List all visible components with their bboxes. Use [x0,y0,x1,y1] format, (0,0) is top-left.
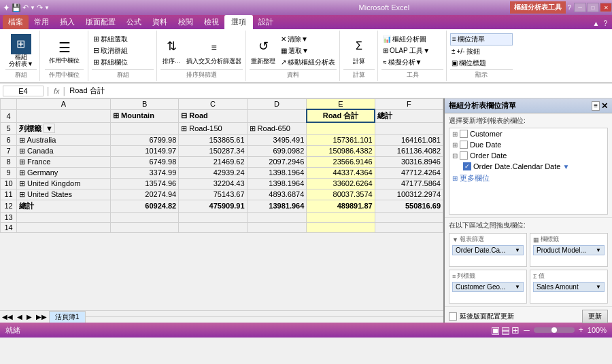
tab-data[interactable]: 資料 [147,15,173,29]
insert-slicer-btn[interactable]: ≡ 插入交叉分析篩選器 [185,35,243,67]
cell-c14[interactable] [179,222,247,232]
page-layout-btn[interactable]: ▤ [501,325,510,335]
area-chip-row[interactable]: Customer Geo... ▼ [452,282,524,292]
cell-b12[interactable]: 60924.82 [110,200,178,212]
move-pivot-btn[interactable]: ↗ 移動樞紐分析表 [279,57,337,68]
cell-c10[interactable]: 32204.43 [179,178,247,189]
cell-f5[interactable] [375,122,443,134]
cell-a12[interactable]: 總計 [17,200,111,212]
tab-formula[interactable]: 公式 [121,15,147,29]
field-list[interactable]: ⊞ Customer ⊞ Due Date ⊟ Order Date [449,128,608,215]
cell-f6[interactable]: 164161.081 [375,134,443,145]
cell-c4[interactable]: ⊟ Road [179,109,247,122]
cell-e11[interactable]: 80037.3574 [307,189,375,200]
plusminus-btn[interactable]: ± +/- 按鈕 [450,46,513,57]
col-header-b[interactable]: B [110,99,178,110]
area-chip-values[interactable]: Sales Amount ▼ [533,282,605,292]
tab-file[interactable]: 檔案 [3,15,29,29]
cell-e10[interactable]: 33602.6264 [307,178,375,189]
cell-a7[interactable]: ⊞ Canada [17,145,111,156]
field-header-btn[interactable]: ▣ 欄位標題 [450,58,513,69]
cell-b4[interactable]: ⊞ Mountain [110,109,178,122]
sheet-nav-right[interactable]: ▶▶ [34,313,49,321]
cell-f4[interactable]: 總計 [375,109,443,122]
olap-btn[interactable]: ⊞ OLAP 工具▼ [381,46,443,56]
save-btn[interactable]: 💾 [12,3,21,12]
field-checkbox-calendardate[interactable]: ✓ [463,162,471,170]
tab-layout[interactable]: 版面配置 [80,15,121,29]
cell-e6[interactable]: 157361.101 [307,134,375,145]
cell-e4[interactable]: Road 合計 [307,109,375,122]
cell-e14[interactable] [307,222,375,232]
pivot-chart-btn[interactable]: 📊 樞紐分析圖 [381,34,443,45]
cell-d11[interactable]: 4893.6874 [247,189,307,200]
pivot-panel-close-btn[interactable]: ✕ [601,101,608,111]
cell-d12[interactable]: 13981.964 [247,200,307,212]
cell-c13[interactable] [179,212,247,222]
cell-d10[interactable]: 1398.1964 [247,178,307,189]
page-break-btn[interactable]: ⊞ [511,325,520,335]
cell-f8[interactable]: 30316.8946 [375,156,443,167]
cell-e5[interactable] [307,122,375,134]
cell-b5[interactable] [110,122,178,134]
undo-btn[interactable]: ↶ [22,3,29,12]
cell-f9[interactable]: 47712.4264 [375,167,443,178]
maximize-btn[interactable]: □ [587,3,599,12]
group-field-btn[interactable]: ⊞ 群組欄位 [92,57,129,68]
help-btn[interactable]: ? [567,4,571,12]
pivot-btn[interactable]: ⊞ 樞紐分析表▼ [7,33,35,69]
defer-checkbox-row[interactable]: 延後版面配置更新 [449,312,514,321]
tab-review[interactable]: 校閱 [173,15,199,29]
pivot-panel-menu[interactable]: ≡ [592,101,600,111]
tab-home[interactable]: 常用 [29,15,54,29]
tab-view[interactable]: 檢視 [199,15,224,29]
zoom-plus[interactable]: + [579,325,583,335]
sheet-nav-next[interactable]: ▶ [24,313,34,321]
col-header-d[interactable]: D [247,99,307,110]
update-button[interactable]: 更新 [582,310,608,323]
close-btn[interactable]: ✕ [600,3,612,12]
field-checkbox-duedate[interactable] [460,141,468,149]
col-header-e[interactable]: E [307,99,375,110]
field-list-btn[interactable]: ≡ 欄位清單 [450,33,513,46]
sheet-nav-prev[interactable]: ◀ [15,313,24,321]
cell-b13[interactable] [110,212,178,222]
zoom-minus[interactable]: ─ [524,325,530,335]
minimize-btn[interactable]: ─ [574,3,586,12]
field-item-orderdate[interactable]: ⊟ Order Date [449,150,607,161]
cell-f11[interactable]: 100312.2974 [375,189,443,200]
model-analysis-btn[interactable]: ≈ 模擬分析▼ [381,57,443,68]
cell-a8[interactable]: ⊞ France [17,156,111,167]
field-item-customer[interactable]: ⊞ Customer [449,128,607,139]
cell-c9[interactable]: 42939.24 [179,167,247,178]
refresh-btn[interactable]: ↺ 重新整理 [250,34,277,67]
sort-btn[interactable]: ⇅ 排序... [160,34,182,67]
field-item-calendardate[interactable]: ✓ Order Date.Calendar Date ▼ [449,161,607,172]
tab-design[interactable]: 設計 [253,15,279,29]
cell-f14[interactable] [375,222,443,232]
sheet-tab-active[interactable]: 活頁簿1 [49,311,86,323]
cell-a5[interactable]: 列標籤 ▼ [17,122,111,134]
cell-d8[interactable]: 2097.2946 [247,156,307,167]
cell-e7[interactable]: 150986.4382 [307,145,375,156]
cell-a6[interactable]: ⊞ Australia [17,134,111,145]
field-checkbox-customer[interactable] [460,130,468,138]
cell-a10[interactable]: ⊞ United Kingdom [17,178,111,189]
cell-c6[interactable]: 153865.61 [179,134,247,145]
cell-b11[interactable]: 20274.94 [110,189,178,200]
qat-dropdown[interactable]: ▼ [44,5,50,11]
cell-e9[interactable]: 44337.4364 [307,167,375,178]
defer-checkbox[interactable] [449,312,457,321]
cell-e13[interactable] [307,212,375,222]
cell-d6[interactable]: 3495.491 [247,134,307,145]
clear-btn[interactable]: ✕ 清除▼ [279,34,337,45]
active-field-btn[interactable]: ☰ 作用中欄位 [48,36,81,66]
tab-insert[interactable]: 插入 [54,15,80,29]
tab-options[interactable]: 選項 [224,15,253,29]
cell-d9[interactable]: 1398.1964 [247,167,307,178]
col-header-f[interactable]: F [375,99,443,110]
cell-b8[interactable]: 6749.98 [110,156,178,167]
group-select-btn[interactable]: ⊞ 群組選取 [92,34,129,45]
redo-btn[interactable]: ↷ [37,3,43,12]
calc-btn[interactable]: Σ 計算 [348,34,370,67]
